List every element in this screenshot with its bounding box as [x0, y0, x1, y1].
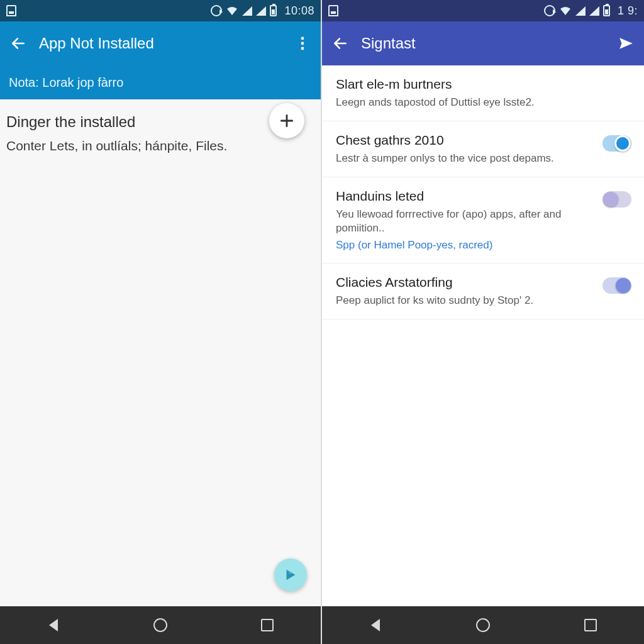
setting-row-chest[interactable]: Chest gathrs 2010 Lestr à sumper onlys t…	[322, 121, 644, 177]
setting-row-handuins[interactable]: Handuins leted Yeu llewoad forrrective f…	[322, 177, 644, 264]
svg-point-0	[301, 37, 304, 40]
content-area: Dinger the installed Conter Lets, in out…	[0, 99, 321, 606]
toggle-switch[interactable]	[602, 191, 631, 208]
status-left-icons	[6, 5, 16, 16]
play-store-icon	[284, 568, 297, 582]
status-left-icons	[328, 5, 338, 16]
arrow-back-icon	[332, 35, 348, 52]
right-phone: 1 9: Signtast Slart ele-m burtners Leegn…	[322, 0, 644, 644]
wifi-icon	[226, 6, 238, 16]
notification-icon	[6, 5, 16, 16]
left-phone: 10:08 App Not Installed Nota: Lorak jop …	[0, 0, 322, 644]
back-button[interactable]	[331, 34, 350, 53]
nav-recent-icon	[584, 619, 597, 631]
send-icon	[618, 35, 634, 52]
nav-back-icon	[371, 619, 380, 631]
app-bar-title: App Not Installed	[39, 35, 154, 52]
play-store-fab[interactable]	[274, 558, 307, 591]
navigation-bar	[322, 606, 644, 644]
battery-icon	[270, 5, 277, 16]
nav-home-icon	[476, 618, 490, 632]
sync-icon	[211, 5, 222, 16]
setting-subtitle: Peep auplict for ks wito sudnty by Stop'…	[336, 294, 594, 308]
setting-subtitle: Lestr à sumper onlys to the vice post de…	[336, 152, 594, 165]
nav-home-icon	[153, 618, 167, 632]
status-bar: 1 9:	[322, 0, 644, 21]
nav-back-button[interactable]	[365, 615, 386, 635]
setting-row-slart[interactable]: Slart ele-m burtners Leegn ands tapostod…	[322, 65, 644, 121]
content-heading: Dinger the installed	[6, 113, 309, 131]
wifi-icon	[559, 6, 572, 16]
setting-row-cliacies[interactable]: Cliacies Arstatorfing Peep auplict for k…	[322, 264, 644, 319]
svg-point-2	[301, 47, 304, 50]
subtitle-bar: Nota: Lorak jop fàrro	[0, 65, 321, 99]
subtitle-text: Nota: Lorak jop fàrro	[9, 75, 123, 90]
signal-1-icon	[242, 6, 252, 16]
sync-icon	[544, 5, 555, 16]
nav-home-button[interactable]	[150, 615, 170, 635]
send-button[interactable]	[616, 34, 635, 53]
arrow-back-icon	[10, 35, 26, 52]
setting-title: Chest gathrs 2010	[336, 133, 594, 148]
toggle-switch[interactable]	[602, 135, 631, 152]
status-time: 1 9:	[618, 4, 638, 18]
signal-2-icon	[589, 6, 599, 16]
setting-link[interactable]: Spp (or Hamel Poop-yes, racred)	[336, 239, 594, 252]
signal-2-icon	[256, 6, 266, 16]
add-fab[interactable]	[269, 103, 304, 138]
status-right-icons	[544, 5, 610, 16]
setting-title: Slart ele-m burtners	[336, 77, 631, 92]
overflow-menu-button[interactable]	[293, 34, 312, 53]
app-bar: App Not Installed	[0, 21, 321, 65]
status-bar: 10:08	[0, 0, 321, 21]
nav-back-icon	[49, 619, 58, 631]
content-body: Conter Lets, in outlíals; hánpite, Files…	[6, 137, 233, 155]
toggle-knob	[614, 135, 631, 152]
setting-subtitle: Leegn ands tapostod of Duttisl eye lsste…	[336, 96, 631, 109]
more-vert-icon	[301, 36, 304, 51]
nav-recent-button[interactable]	[580, 615, 601, 635]
setting-subtitle: Yeu llewoad forrrective for (apo) apps, …	[336, 208, 594, 235]
back-button[interactable]	[9, 34, 28, 53]
app-bar: Signtast	[322, 21, 644, 65]
app-bar-title: Signtast	[361, 35, 416, 52]
toggle-knob	[616, 278, 631, 293]
nav-recent-icon	[261, 619, 274, 631]
status-right-icons	[211, 5, 277, 16]
notification-icon	[328, 5, 338, 16]
nav-recent-button[interactable]	[257, 615, 277, 635]
toggle-knob	[603, 192, 618, 207]
nav-home-button[interactable]	[473, 615, 493, 635]
settings-list: Slart ele-m burtners Leegn ands tapostod…	[322, 65, 644, 606]
plus-icon	[279, 113, 295, 129]
status-time: 10:08	[284, 4, 314, 18]
setting-title: Cliacies Arstatorfing	[336, 275, 594, 290]
navigation-bar	[0, 606, 321, 644]
nav-back-button[interactable]	[43, 615, 64, 635]
svg-point-1	[301, 42, 304, 45]
battery-icon	[603, 5, 610, 16]
signal-1-icon	[575, 6, 586, 16]
setting-title: Handuins leted	[336, 189, 594, 204]
toggle-switch[interactable]	[602, 277, 631, 294]
